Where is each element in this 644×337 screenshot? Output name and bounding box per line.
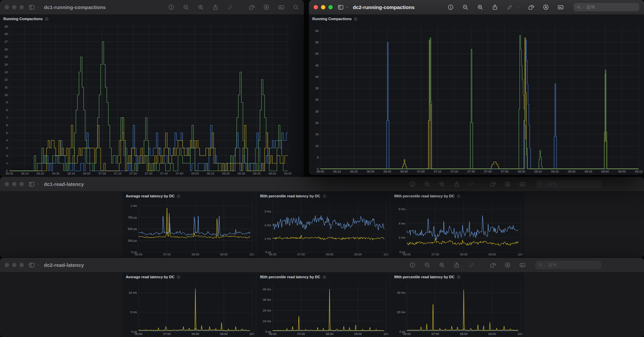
svg-text:09:00: 09:00	[488, 332, 496, 336]
share-icon[interactable]	[212, 4, 219, 10]
signature-icon[interactable]	[519, 181, 526, 187]
titlebar[interactable]: dc1-running-compactions	[0, 0, 304, 15]
search-field[interactable]: 검색	[574, 3, 639, 11]
signature-icon[interactable]	[519, 262, 526, 268]
svg-text:08:00: 08:00	[192, 253, 199, 256]
window-dc2-read-latency: dc2-read-latency 검색 Average read latency…	[0, 258, 644, 337]
close-button[interactable]	[314, 5, 318, 9]
sidebar-chevron-icon[interactable]	[36, 263, 40, 267]
minimize-button[interactable]	[321, 5, 325, 9]
panel-info-icon[interactable]	[354, 17, 358, 21]
sidebar-toggle-icon[interactable]	[29, 181, 35, 187]
svg-text:7: 7	[6, 116, 8, 119]
chevron-down-icon[interactable]	[478, 263, 481, 267]
rotate-icon[interactable]	[249, 4, 255, 10]
zoom-button[interactable]	[19, 263, 24, 267]
titlebar[interactable]: dc2-running-compactions 검색	[309, 0, 644, 15]
close-button[interactable]	[5, 5, 9, 9]
chevron-down-icon[interactable]	[478, 183, 481, 186]
share-icon[interactable]	[492, 4, 498, 10]
svg-text:0 µs: 0 µs	[265, 250, 271, 254]
zoom-out-icon[interactable]	[424, 181, 430, 187]
svg-text:9: 9	[6, 101, 8, 104]
minimize-button[interactable]	[12, 5, 16, 9]
info-icon[interactable]	[168, 4, 174, 10]
svg-text:09:00: 09:00	[354, 332, 362, 336]
titlebar[interactable]: dc1-read-latency 검색	[0, 177, 644, 192]
sidebar-chevron-icon[interactable]	[36, 182, 40, 186]
sidebar-toggle-icon[interactable]	[29, 262, 35, 268]
svg-text:250 µs: 250 µs	[128, 239, 137, 242]
svg-text:2 ms: 2 ms	[398, 236, 405, 239]
zoom-out-icon[interactable]	[462, 4, 469, 10]
info-icon[interactable]	[447, 4, 454, 10]
panel-header: 99th percentile read latency by DC	[394, 194, 461, 198]
svg-text:08:10: 08:10	[534, 170, 542, 173]
svg-text:1 ms: 1 ms	[130, 204, 137, 207]
svg-text:5: 5	[317, 156, 319, 159]
zoom-out-icon[interactable]	[183, 4, 189, 10]
annotate-icon[interactable]	[263, 4, 270, 10]
panel-info-icon[interactable]	[177, 275, 180, 279]
svg-text:09:10: 09:10	[635, 170, 643, 173]
p95-read-latency-chart-dc2: 06:0007:0008:0009:0010:00 µs10 ms20 ms30…	[258, 282, 388, 336]
close-button[interactable]	[5, 263, 9, 267]
panel-info-icon[interactable]	[457, 194, 461, 198]
signature-icon[interactable]	[278, 4, 284, 10]
zoom-in-icon[interactable]	[198, 4, 204, 10]
highlight-icon[interactable]	[227, 4, 233, 10]
svg-text:08:00: 08:00	[326, 253, 333, 256]
panel-header: Running Compactions	[3, 17, 49, 21]
minimize-button[interactable]	[12, 182, 16, 186]
chevron-down-icon[interactable]	[516, 6, 520, 9]
zoom-in-icon[interactable]	[477, 4, 483, 10]
panel-info-icon[interactable]	[323, 194, 326, 198]
zoom-button[interactable]	[328, 5, 333, 9]
zoom-in-icon[interactable]	[439, 181, 445, 187]
info-icon[interactable]	[409, 262, 416, 268]
rotate-icon[interactable]	[490, 262, 496, 268]
rotate-icon[interactable]	[528, 4, 534, 10]
svg-text:15: 15	[4, 55, 8, 58]
search-field[interactable]: 검색	[535, 261, 601, 269]
svg-text:19: 19	[4, 25, 8, 28]
search-icon[interactable]	[293, 4, 299, 10]
sidebar-toggle-icon[interactable]	[337, 4, 344, 10]
svg-text:08:00: 08:00	[518, 170, 525, 173]
p95-read-latency-chart-dc1: 06:0007:0008:0009:0010:00 µs1 ms2 ms3 ms	[258, 201, 388, 256]
panel-header: 95th percentile read latency by DC	[260, 194, 326, 198]
panel-info-icon[interactable]	[177, 194, 180, 198]
highlight-icon[interactable]	[506, 4, 513, 10]
titlebar[interactable]: dc2-read-latency 검색	[0, 258, 644, 273]
svg-text:60: 60	[315, 29, 319, 33]
highlight-icon[interactable]	[468, 262, 475, 268]
svg-text:08:00: 08:00	[191, 172, 199, 175]
zoom-in-icon[interactable]	[439, 262, 445, 268]
highlight-icon[interactable]	[468, 181, 475, 187]
share-icon[interactable]	[453, 181, 460, 187]
annotate-icon[interactable]	[543, 4, 549, 10]
annotate-icon[interactable]	[504, 181, 511, 187]
signature-icon[interactable]	[557, 4, 564, 10]
minimize-button[interactable]	[12, 263, 16, 267]
close-button[interactable]	[5, 182, 9, 186]
traffic-lights	[5, 263, 24, 267]
zoom-button[interactable]	[19, 5, 24, 9]
svg-text:20: 20	[315, 121, 319, 125]
share-icon[interactable]	[453, 262, 460, 268]
panel-info-icon[interactable]	[45, 17, 49, 21]
sidebar-chevron-icon[interactable]	[36, 5, 40, 9]
panel-info-icon[interactable]	[323, 275, 326, 279]
annotate-icon[interactable]	[504, 262, 511, 268]
sidebar-chevron-icon[interactable]	[345, 5, 349, 9]
svg-text:09:00: 09:00	[284, 172, 292, 175]
svg-text:07:10: 07:10	[114, 172, 122, 175]
info-icon[interactable]	[409, 181, 416, 187]
chevron-down-icon[interactable]	[237, 6, 240, 9]
panel-info-icon[interactable]	[457, 275, 461, 279]
rotate-icon[interactable]	[490, 181, 496, 187]
search-field[interactable]: 검색	[535, 180, 601, 188]
zoom-out-icon[interactable]	[424, 262, 430, 268]
sidebar-toggle-icon[interactable]	[29, 4, 35, 10]
zoom-button[interactable]	[19, 182, 24, 186]
